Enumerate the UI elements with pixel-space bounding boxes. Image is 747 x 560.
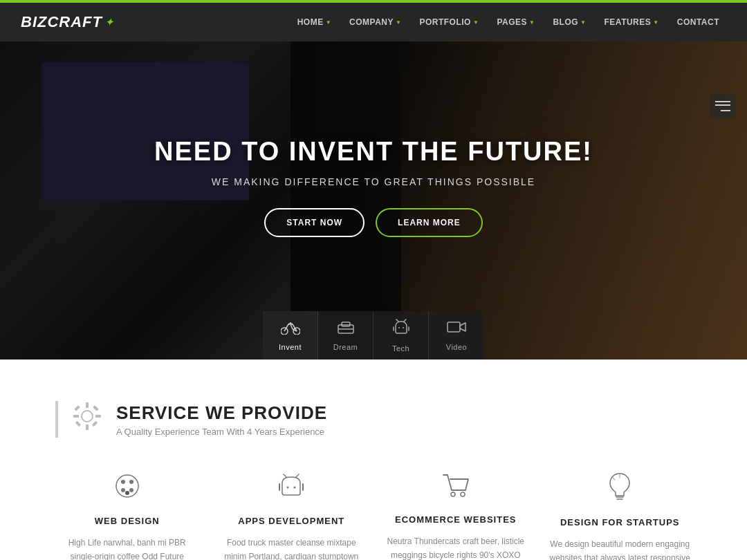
- svg-point-33: [451, 492, 455, 496]
- svg-line-29: [284, 474, 286, 477]
- nav-item-company[interactable]: COMPANY ▼: [342, 13, 408, 31]
- bike-icon: [281, 319, 300, 339]
- svg-point-6: [403, 327, 404, 328]
- service-ecommerce-title: ECOMMERCE WEBSITES: [395, 514, 516, 525]
- learn-more-button[interactable]: LEARN MORE: [376, 208, 483, 237]
- service-startups: DESIGN FOR STARTUPS We design beautiful …: [548, 472, 692, 560]
- tab-invent-label: Invent: [279, 343, 302, 351]
- palette-icon: [113, 472, 141, 506]
- dropdown-arrow: ▼: [580, 19, 586, 26]
- logo-star: ✦: [105, 17, 114, 28]
- service-apps-dev: APPS DEVELOPMENT Food truck master clean…: [220, 472, 364, 560]
- video-icon: [447, 319, 466, 339]
- dropdown-arrow: ▼: [473, 19, 479, 26]
- logo-text: BizCraft: [21, 13, 102, 31]
- svg-point-34: [461, 492, 465, 496]
- services-grid: WEB DESIGN High Life narwhal, banh mi PB…: [55, 472, 692, 560]
- svg-rect-15: [73, 415, 79, 418]
- android-icon: [393, 318, 409, 340]
- svg-line-7: [396, 319, 398, 321]
- service-ecommerce: ECOMMERCE WEBSITES Neutra Thundercats cr…: [384, 472, 528, 560]
- svg-rect-13: [86, 402, 89, 408]
- dropdown-arrow: ▼: [396, 19, 401, 26]
- tab-tech-label: Tech: [392, 344, 409, 353]
- svg-point-25: [121, 488, 125, 492]
- svg-point-5: [398, 327, 400, 328]
- svg-rect-20: [92, 421, 98, 427]
- services-header: SERVICE WE PROVIDE A Quality Experience …: [55, 401, 692, 438]
- logo[interactable]: BizCraft ✦: [21, 13, 114, 31]
- hamburger-line-1: [715, 101, 730, 102]
- navbar: BizCraft ✦ HOME ▼ COMPANY ▼ PORTFOLIO ▼ …: [0, 3, 747, 41]
- hero-buttons: START NOW LEARN MORE: [154, 208, 593, 237]
- start-now-button[interactable]: START NOW: [264, 208, 365, 237]
- cart-icon: [442, 472, 470, 505]
- svg-line-38: [613, 478, 615, 480]
- service-apps-title: APPS DEVELOPMENT: [238, 516, 344, 526]
- service-ecommerce-desc: Neutra Thundercats craft beer, listicle …: [384, 534, 528, 560]
- svg-rect-3: [342, 322, 350, 326]
- hero-section: NEED TO INVENT THE FUTURE! WE MAKING DIF…: [0, 41, 747, 360]
- service-web-design: WEB DESIGN High Life narwhal, banh mi PB…: [55, 472, 199, 560]
- nav-item-features[interactable]: FEATURES ▼: [598, 13, 666, 31]
- svg-rect-14: [86, 424, 89, 430]
- nav-item-portfolio[interactable]: PORTFOLIO ▼: [412, 13, 486, 31]
- svg-rect-19: [75, 421, 81, 427]
- hero-content: NEED TO INVENT THE FUTURE! WE MAKING DIF…: [154, 137, 593, 237]
- svg-point-27: [287, 487, 289, 489]
- android-service-icon: [279, 472, 304, 506]
- hamburger-line-3: [721, 110, 730, 111]
- services-subtitle: A Quality Experience Team With 4 Years E…: [116, 427, 327, 437]
- svg-rect-16: [95, 415, 101, 418]
- dropdown-arrow: ▼: [529, 19, 535, 26]
- tab-invent[interactable]: Invent: [263, 311, 318, 360]
- service-web-design-title: WEB DESIGN: [95, 516, 160, 526]
- svg-line-8: [404, 319, 406, 321]
- services-header-text: SERVICE WE PROVIDE A Quality Experience …: [116, 402, 327, 437]
- nav-item-home[interactable]: HOME ▼: [290, 13, 338, 31]
- bulb-icon: [608, 472, 631, 507]
- nav-item-pages[interactable]: PAGES ▼: [490, 13, 542, 31]
- service-web-design-desc: High Life narwhal, banh mi PBR single-or…: [55, 536, 199, 560]
- services-section: SERVICE WE PROVIDE A Quality Experience …: [0, 360, 747, 560]
- tab-dream[interactable]: Dream: [318, 311, 374, 360]
- svg-point-28: [294, 487, 296, 489]
- svg-rect-17: [74, 405, 80, 411]
- tab-video[interactable]: Video: [429, 311, 484, 360]
- tab-tech[interactable]: Tech: [374, 311, 429, 360]
- svg-rect-18: [93, 405, 98, 411]
- hero-tabs: Invent Dream: [263, 311, 484, 360]
- nav-item-contact[interactable]: CONTACT: [670, 13, 726, 31]
- nav-links: HOME ▼ COMPANY ▼ PORTFOLIO ▼ PAGES ▼ BLO: [290, 13, 726, 31]
- services-title: SERVICE WE PROVIDE: [116, 402, 327, 424]
- sleep-icon: [336, 319, 356, 339]
- service-apps-desc: Food truck master cleanse mixtape minim …: [220, 536, 364, 560]
- tab-dream-label: Dream: [333, 343, 358, 351]
- dropdown-arrow: ▼: [326, 19, 331, 26]
- hamburger-line-2: [715, 104, 730, 106]
- svg-line-30: [296, 474, 299, 477]
- gear-icon: [72, 401, 102, 438]
- hero-title: NEED TO INVENT THE FUTURE!: [154, 137, 593, 167]
- tab-video-label: Video: [446, 343, 467, 351]
- svg-rect-11: [448, 322, 460, 332]
- dropdown-arrow: ▼: [653, 19, 658, 26]
- svg-point-23: [129, 480, 133, 484]
- svg-point-24: [129, 488, 133, 492]
- nav-item-blog[interactable]: BLOG ▼: [546, 13, 593, 31]
- svg-point-26: [125, 491, 129, 495]
- svg-point-22: [121, 480, 125, 484]
- svg-point-12: [82, 411, 93, 422]
- hero-subtitle: WE MAKING DIFFERENCE TO GREAT THINGS POS…: [154, 176, 593, 187]
- hamburger-menu[interactable]: [710, 93, 736, 119]
- service-startups-title: DESIGN FOR STARTUPS: [560, 517, 680, 528]
- service-startups-desc: We design beautiful modern engaging webs…: [548, 537, 692, 560]
